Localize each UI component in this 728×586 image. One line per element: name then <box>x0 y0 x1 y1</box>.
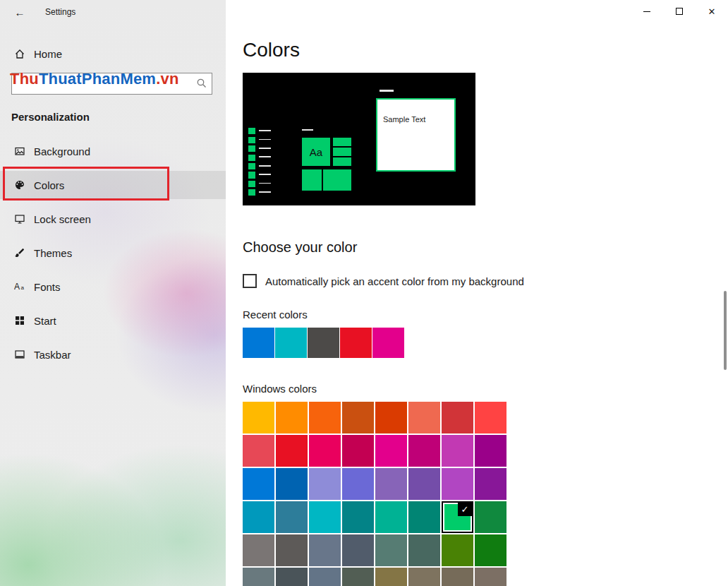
watermark-part: .vn <box>156 70 178 88</box>
sidebar-item-label: Taskbar <box>34 349 71 361</box>
sidebar-item-label: Home <box>34 48 62 60</box>
sidebar: ← Settings Home ThuThuatPhanMem.vn Perso… <box>0 0 226 586</box>
windows-color-swatch[interactable] <box>342 468 374 500</box>
recent-colors-row <box>243 328 404 358</box>
scrollbar-thumb[interactable] <box>724 291 727 370</box>
windows-color-swatch[interactable] <box>342 534 374 566</box>
svg-text:a: a <box>21 285 25 291</box>
windows-color-swatch[interactable] <box>276 402 308 433</box>
back-button[interactable]: ← <box>6 0 34 24</box>
windows-color-swatch[interactable] <box>408 534 440 566</box>
windows-color-swatch[interactable] <box>243 568 274 586</box>
recent-color-swatch[interactable] <box>308 328 339 358</box>
windows-color-swatch[interactable] <box>408 402 440 433</box>
windows-color-swatch[interactable] <box>475 468 506 500</box>
windows-color-swatch[interactable] <box>309 435 341 467</box>
windows-color-swatch[interactable] <box>375 568 407 586</box>
windows-color-swatch[interactable] <box>375 534 407 566</box>
sidebar-item-label: Start <box>34 315 56 327</box>
windows-color-swatch[interactable] <box>309 468 341 500</box>
windows-color-swatch[interactable] <box>375 402 407 433</box>
windows-color-swatch[interactable] <box>475 402 506 433</box>
windows-color-swatch[interactable] <box>375 501 407 533</box>
watermark-logo: ThuThuatPhanMem.vn <box>10 70 222 88</box>
windows-color-swatch[interactable] <box>342 435 374 467</box>
auto-accent-checkbox[interactable] <box>243 274 257 288</box>
windows-color-swatch[interactable] <box>442 568 473 586</box>
windows-color-swatch[interactable] <box>442 435 473 467</box>
windows-color-swatch[interactable] <box>408 568 440 586</box>
windows-color-swatch[interactable] <box>408 501 440 533</box>
section-header: Personalization <box>11 111 90 123</box>
windows-color-swatch[interactable] <box>475 568 506 586</box>
windows-color-swatch[interactable] <box>309 402 341 433</box>
windows-color-swatch[interactable] <box>408 468 440 500</box>
windows-color-swatch[interactable] <box>243 534 274 566</box>
close-button[interactable]: ✕ <box>696 0 728 23</box>
windows-color-swatch[interactable] <box>442 534 473 566</box>
sidebar-item-taskbar[interactable]: Taskbar <box>0 340 226 369</box>
sidebar-item-start[interactable]: Start <box>0 306 226 335</box>
back-arrow-icon: ← <box>15 6 25 18</box>
windows-color-swatch[interactable] <box>276 435 308 467</box>
theme-preview: Aa Sample Text <box>243 73 475 205</box>
preview-sample-text: Sample Text <box>383 115 425 124</box>
preview-sample-window: Sample Text <box>376 98 456 172</box>
windows-color-swatch[interactable] <box>276 534 308 566</box>
windows-color-swatch[interactable] <box>276 501 308 533</box>
windows-color-swatch[interactable] <box>342 402 374 433</box>
minimize-icon <box>643 11 650 12</box>
minimize-button[interactable] <box>631 0 663 23</box>
recent-color-swatch[interactable] <box>275 328 307 358</box>
choose-color-heading: Choose your color <box>243 239 357 256</box>
windows-color-swatch[interactable] <box>375 435 407 467</box>
windows-color-swatch[interactable] <box>475 534 506 566</box>
window-controls: ✕ <box>631 0 728 23</box>
sidebar-item-colors[interactable]: Colors <box>0 171 226 199</box>
settings-window: ← Settings Home ThuThuatPhanMem.vn Perso… <box>0 0 728 586</box>
windows-color-swatch[interactable]: ✓ <box>442 501 473 533</box>
windows-color-swatch[interactable] <box>276 568 308 586</box>
sidebar-item-lock-screen[interactable]: Lock screen <box>0 205 226 233</box>
recent-color-swatch[interactable] <box>340 328 372 358</box>
windows-color-swatch[interactable] <box>243 468 274 500</box>
sidebar-item-home[interactable]: Home <box>0 41 226 66</box>
sidebar-item-themes[interactable]: Themes <box>0 239 226 267</box>
sidebar-item-label: Lock screen <box>34 213 91 225</box>
preview-tile <box>323 169 351 191</box>
recent-color-swatch[interactable] <box>243 328 274 358</box>
sidebar-item-background[interactable]: Background <box>0 137 226 165</box>
themes-brush-icon <box>14 247 25 258</box>
windows-color-swatch[interactable] <box>408 435 440 467</box>
auto-accent-label: Automatically pick an accent color from … <box>265 275 524 287</box>
svg-text:A: A <box>14 282 20 292</box>
windows-color-swatch[interactable] <box>243 501 274 533</box>
windows-color-swatch[interactable] <box>309 568 341 586</box>
taskbar-icon <box>14 349 25 360</box>
preview-aa-tile: Aa <box>302 138 330 166</box>
preview-window-dash <box>380 90 394 92</box>
windows-color-swatch[interactable] <box>309 534 341 566</box>
windows-color-swatch[interactable] <box>342 568 374 586</box>
preview-tile <box>302 169 322 191</box>
windows-color-swatch[interactable] <box>276 468 308 500</box>
windows-color-swatch[interactable] <box>442 468 473 500</box>
recent-color-swatch[interactable] <box>372 328 404 358</box>
preview-tile-group-label <box>302 129 313 131</box>
sidebar-item-label: Fonts <box>34 281 61 293</box>
preview-tile <box>333 148 351 156</box>
windows-color-swatch[interactable] <box>442 402 473 433</box>
windows-color-swatch[interactable] <box>309 501 341 533</box>
maximize-button[interactable] <box>663 0 696 23</box>
windows-color-swatch[interactable] <box>475 435 506 467</box>
windows-color-swatch[interactable] <box>243 435 274 467</box>
windows-color-swatch[interactable] <box>475 501 506 533</box>
windows-color-swatch[interactable] <box>375 468 407 500</box>
windows-color-swatch[interactable] <box>243 402 274 433</box>
background-icon <box>14 145 25 157</box>
windows-color-swatch[interactable] <box>342 501 374 533</box>
start-tiles-icon <box>14 315 25 326</box>
recent-colors-label: Recent colors <box>243 309 308 321</box>
fonts-icon: Aa <box>14 281 25 292</box>
sidebar-item-fonts[interactable]: Aa Fonts <box>0 273 226 301</box>
